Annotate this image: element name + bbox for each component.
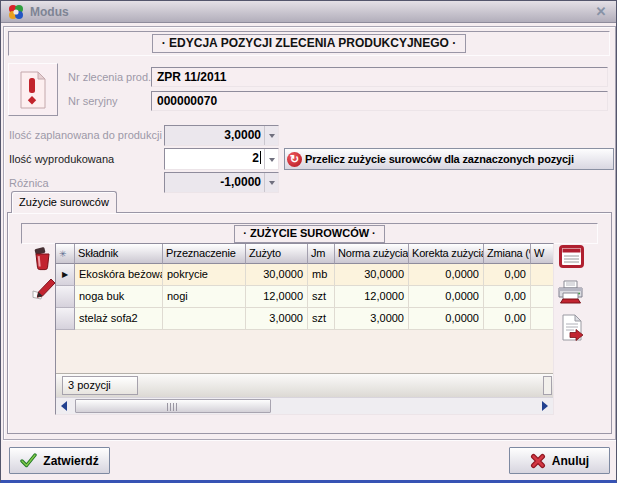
- order-icon-panel: [8, 63, 58, 116]
- cell-skladnik: Ekoskóra beżowa: [75, 264, 163, 286]
- tab-materials-usage[interactable]: Zużycie surowców: [11, 191, 117, 213]
- cell-zuzyto: 12,0000: [246, 286, 308, 308]
- refresh-icon: ↻: [287, 152, 302, 167]
- new-row-asterisk-cell: ✳: [56, 244, 75, 264]
- col-header-jm[interactable]: Jm: [308, 244, 335, 264]
- cell-korekta: 0,0000: [409, 286, 484, 308]
- scroll-left-button[interactable]: [56, 398, 72, 415]
- col-header-przeznaczenie[interactable]: Przeznaczenie: [163, 244, 246, 264]
- chevron-down-icon: [269, 134, 275, 141]
- document-exclamation-icon: [19, 71, 47, 109]
- cell-przeznaczenie: [163, 308, 246, 330]
- scroll-thumb[interactable]: [75, 399, 271, 413]
- planned-quantity-value: 3,0000: [165, 126, 264, 145]
- cell-norma: 3,0000: [335, 308, 409, 330]
- grid-footer: 3 pozycji: [56, 373, 553, 397]
- x-icon: [530, 453, 546, 469]
- grid-header: ✳ Składnik Przeznaczenie Zużyto Jm Norma…: [56, 244, 553, 264]
- order-number-label: Nr zlecenia prod.: [68, 67, 151, 87]
- asterisk-icon: ✳: [59, 249, 66, 259]
- title-bar[interactable]: Modus ✕: [1, 1, 616, 23]
- close-button[interactable]: ✕: [593, 4, 609, 19]
- produced-quantity-input[interactable]: 2: [164, 148, 279, 170]
- row-marker-icon: ▶: [62, 270, 68, 279]
- text-caret: [260, 151, 261, 164]
- cell-wartosc: [531, 286, 553, 308]
- bucket-button[interactable]: [32, 247, 54, 271]
- produced-quantity-value[interactable]: 2: [165, 149, 264, 169]
- cell-przeznaczenie: pokrycie: [163, 264, 246, 286]
- col-header-korekta[interactable]: Korekta zużycia: [409, 244, 484, 264]
- recalc-materials-button[interactable]: ↻ Przelicz zużycie surowców dla zaznaczo…: [284, 148, 614, 170]
- cell-jm: mb: [308, 264, 335, 286]
- dialog-header-title: · EDYCJA POZYCJI ZLECENIA PRODUKCYJNEGO …: [152, 34, 466, 53]
- produced-quantity-label: Ilość wyprodukowana: [9, 149, 114, 169]
- pencil-icon: [32, 278, 56, 300]
- difference-spin-dropdown: [264, 173, 278, 192]
- cell-zmiana: 0,00: [484, 264, 531, 286]
- cell-zuzyto: 30,0000: [246, 264, 308, 286]
- planned-quantity-spin: 3,0000: [164, 125, 279, 146]
- table-row[interactable]: noga buk nogi 12,0000 szt 12,0000 0,0000…: [56, 286, 553, 308]
- planned-spin-dropdown: [264, 126, 278, 145]
- col-header-skladnik[interactable]: Składnik: [75, 244, 163, 264]
- cell-norma: 12,0000: [335, 286, 409, 308]
- row-indicator: [56, 286, 75, 308]
- h-scrollbar[interactable]: [56, 397, 553, 414]
- modus-dialog: Modus ✕ · EDYCJA POZYCJI ZLECENIA PRODUK…: [0, 0, 617, 483]
- cell-przeznaczenie: nogi: [163, 286, 246, 308]
- table-row[interactable]: stelaż sofa2 3,0000 szt 3,0000 0,0000 0,…: [56, 308, 553, 330]
- materials-group-header: · ZUŻYCIE SUROWCÓW ·: [21, 223, 598, 244]
- table-row[interactable]: ▶ Ekoskóra beżowa pokrycie 30,0000 mb 30…: [56, 264, 553, 286]
- cell-skladnik: noga buk: [75, 286, 163, 308]
- chevron-down-icon: [269, 158, 275, 165]
- row-indicator: ▶: [56, 264, 75, 286]
- difference-spin: -1,0000: [164, 172, 279, 193]
- check-icon: [20, 453, 37, 468]
- cell-korekta: 0,0000: [409, 308, 484, 330]
- confirm-button-label: Zatwierdź: [43, 454, 98, 468]
- cell-skladnik: stelaż sofa2: [75, 308, 163, 330]
- col-header-norma[interactable]: Norma zużycia: [335, 244, 409, 264]
- dialog-header: · EDYCJA POZYCJI ZLECENIA PRODUKCYJNEGO …: [8, 31, 610, 56]
- planned-quantity-label: Ilość zaplanowana do produkcji: [9, 125, 162, 145]
- cell-zuzyto: 3,0000: [246, 308, 308, 330]
- difference-value: -1,0000: [165, 173, 264, 192]
- cell-norma: 30,0000: [335, 264, 409, 286]
- materials-grid: ✳ Składnik Przeznaczenie Zużyto Jm Norma…: [55, 243, 554, 415]
- col-header-zmiana[interactable]: Zmiana (%): [484, 244, 531, 264]
- recalc-button-label: Przelicz zużycie surowców dla zaznaczony…: [305, 153, 574, 165]
- cancel-button[interactable]: Anuluj: [509, 447, 610, 474]
- order-number-field[interactable]: ZPR 11/2011: [151, 67, 608, 87]
- cell-korekta: 0,0000: [409, 264, 484, 286]
- col-header-zuzyto[interactable]: Zużyto: [246, 244, 308, 264]
- window-title: Modus: [30, 5, 587, 19]
- cell-zmiana: 0,00: [484, 308, 531, 330]
- cell-jm: szt: [308, 308, 335, 330]
- printer-icon: [557, 280, 584, 305]
- scroll-track[interactable]: [72, 398, 537, 415]
- serial-number-label: Nr seryjny: [68, 91, 118, 111]
- document-arrow-icon: [561, 314, 584, 341]
- chevron-down-icon: [269, 181, 275, 188]
- cell-jm: szt: [308, 286, 335, 308]
- notebook-icon: [559, 245, 584, 268]
- cancel-button-label: Anuluj: [552, 454, 589, 468]
- print-button[interactable]: [557, 280, 584, 305]
- cell-wartosc: [531, 308, 553, 330]
- grid-footer-right-panel: [543, 376, 552, 395]
- produced-spin-dropdown[interactable]: [264, 149, 278, 169]
- confirm-button[interactable]: Zatwierdź: [9, 447, 110, 474]
- cell-zmiana: 0,00: [484, 286, 531, 308]
- scroll-right-button[interactable]: [537, 398, 553, 415]
- bucket-icon: [32, 247, 54, 271]
- col-header-wartosc[interactable]: W: [531, 244, 553, 264]
- cell-wartosc: [531, 264, 553, 286]
- row-count-status: 3 pozycji: [62, 376, 138, 395]
- export-document-button[interactable]: [561, 314, 584, 341]
- edit-pencil-button[interactable]: [32, 278, 56, 300]
- notebook-button[interactable]: [559, 245, 584, 268]
- serial-number-field[interactable]: 000000070: [151, 91, 608, 111]
- materials-group-title: · ZUŻYCIE SUROWCÓW ·: [234, 225, 385, 243]
- modus-app-icon: [8, 4, 24, 20]
